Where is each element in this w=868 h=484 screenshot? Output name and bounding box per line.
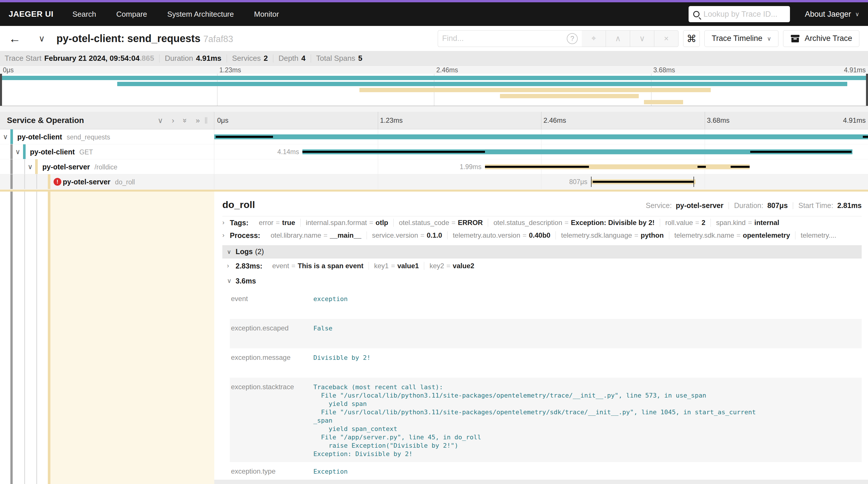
span-name[interactable]: py-otel-clientGET — [30, 148, 93, 156]
chevron-down-icon[interactable]: ∨ — [3, 133, 8, 141]
process-pill[interactable]: telemetry.sdk.language=python — [556, 231, 669, 239]
nav-item-system-architecture[interactable]: System Architecture — [167, 10, 234, 19]
top-navbar: JAEGER UI SearchCompareSystem Architectu… — [0, 2, 868, 26]
log-entry-2[interactable]: ∨ 3.6ms — [222, 273, 862, 289]
minimap-right-handle[interactable] — [866, 74, 868, 106]
span-bar[interactable] — [214, 134, 868, 139]
span-name[interactable]: py-otel-server/rolldice — [42, 162, 118, 171]
chevron-right-icon: › — [222, 219, 230, 226]
nav-item-search[interactable]: Search — [72, 10, 96, 19]
prev-result-button[interactable]: ∧ — [606, 30, 630, 47]
span-bar-cell[interactable]: 1.99ms — [214, 159, 868, 174]
span-tree-cell[interactable]: ∨py-otel-clientsend_requests — [0, 129, 214, 144]
nav-item-monitor[interactable]: Monitor — [254, 10, 279, 19]
nav-item-compare[interactable]: Compare — [116, 10, 147, 19]
span-bar-cell[interactable]: 807μs — [214, 174, 868, 189]
tag-pill[interactable]: roll.value=2 — [660, 219, 711, 227]
tags-row[interactable]: › Tags: error=trueinternal.span.format=o… — [222, 216, 862, 229]
log-field-pill-key: event — [272, 262, 289, 270]
tag-pill-key: internal.span.format — [306, 219, 367, 226]
log-field-pill[interactable]: event=This is a span event — [267, 262, 369, 270]
expand-one-icon[interactable]: › — [172, 116, 174, 125]
process-pill[interactable]: telemetry.... — [796, 231, 841, 239]
span-bar-cell[interactable]: 4.14ms — [214, 144, 868, 159]
trace-view-select[interactable]: Trace Timeline ∨ — [705, 30, 778, 47]
tag-pill-value: internal — [754, 219, 779, 226]
column-resizer-handle[interactable] — [205, 117, 207, 124]
log-event-marker[interactable] — [693, 177, 694, 187]
services-value: 2 — [264, 54, 268, 63]
span-bar-cell[interactable] — [214, 129, 868, 144]
operation-name: do_roll — [115, 178, 135, 185]
tag-pill[interactable]: internal.span.format=otlp — [301, 219, 394, 227]
jaeger-logo[interactable]: JAEGER UI — [9, 9, 53, 19]
process-pill[interactable]: telemetry.sdk.name=opentelemetry — [669, 231, 796, 239]
minimap-span-bar — [644, 100, 683, 104]
process-row[interactable]: › Process: otel.library.name=__main__ser… — [222, 229, 862, 242]
span-tree-cell[interactable]: ∨py-otel-server/rolldice — [0, 159, 214, 174]
span-name[interactable]: py-otel-clientsend_requests — [17, 132, 110, 141]
log-field-value: False — [313, 324, 332, 348]
minimap-left-handle[interactable] — [0, 74, 2, 106]
collapse-header-icon[interactable]: ∨ — [39, 33, 45, 43]
timeline-tick: 1.23ms — [380, 116, 403, 124]
process-pill[interactable]: otel.library.name=__main__ — [266, 231, 367, 239]
span-detail-title: do_roll — [222, 199, 255, 210]
child-time-segment — [731, 165, 750, 168]
span-row-GET[interactable]: ∨py-otel-clientGET4.14ms — [0, 144, 868, 159]
tag-pill[interactable]: otel.status_code=ERROR — [394, 219, 488, 227]
log-field-key: exception.escaped — [231, 324, 313, 348]
archive-trace-button[interactable]: Archive Trace — [783, 30, 859, 47]
tag-pill-value: 2 — [702, 219, 705, 226]
chevron-down-icon[interactable]: ∨ — [28, 163, 33, 171]
find-box[interactable]: ? — [438, 30, 582, 47]
span-row--rolldice[interactable]: ∨py-otel-server/rolldice1.99ms — [0, 159, 868, 174]
log-field-row: exception.messageDivisible by 2! — [230, 348, 862, 378]
detail-service-value: py-otel-server — [676, 201, 723, 210]
logs-section-header[interactable]: ∨ Logs (2) — [222, 245, 862, 259]
span-duration-label: 4.14ms — [277, 148, 299, 156]
keyboard-shortcuts-button[interactable]: ⌘ — [683, 30, 700, 47]
log-field-pill[interactable]: key2=value2 — [424, 262, 479, 270]
minimap-canvas[interactable] — [0, 74, 868, 106]
chevron-down-icon[interactable]: ∨ — [15, 148, 21, 156]
tag-pill[interactable]: error=true — [254, 219, 301, 227]
log-field-value: Traceback (most recent call last): File … — [313, 383, 756, 462]
timeline-tick: 3.68ms — [707, 116, 730, 124]
span-name[interactable]: py-otel-serverdo_roll — [63, 178, 135, 186]
log-field-pill[interactable]: key1=value1 — [369, 262, 424, 270]
search-icon — [693, 11, 700, 17]
collapse-one-icon[interactable]: ∨ — [158, 116, 163, 125]
archive-icon — [790, 34, 800, 43]
expand-all-icon[interactable]: » — [196, 116, 200, 125]
log-entry-1[interactable]: › 2.83ms: event=This is a span eventkey1… — [222, 259, 862, 273]
span-row-do-roll[interactable]: !py-otel-serverdo_roll807μs — [0, 174, 868, 189]
help-icon[interactable]: ? — [567, 33, 578, 44]
about-jaeger-menu[interactable]: About Jaeger ∨ — [805, 10, 859, 19]
locate-span-button[interactable]: ⌖ — [582, 30, 606, 47]
find-input[interactable] — [442, 34, 567, 43]
tag-pill[interactable]: span.kind=internal — [711, 219, 784, 227]
span-tree-cell[interactable]: ∨py-otel-clientGET — [0, 144, 214, 159]
equals-sign: = — [276, 219, 280, 226]
operation-name: send_requests — [67, 133, 110, 141]
clear-search-button[interactable]: × — [654, 30, 679, 47]
trace-lookup-box[interactable] — [689, 6, 790, 22]
process-pill[interactable]: telemetry.auto.version=0.40b0 — [447, 231, 556, 239]
log-event-marker[interactable] — [591, 177, 592, 187]
tree-guide-line — [24, 174, 25, 189]
span-tree-cell[interactable]: !py-otel-serverdo_roll — [0, 174, 214, 189]
span-row-send-requests[interactable]: ∨py-otel-clientsend_requests — [0, 129, 868, 144]
trace-lookup-input[interactable] — [704, 10, 785, 19]
collapse-all-icon[interactable]: » — [181, 118, 189, 122]
next-result-button[interactable]: ∨ — [630, 30, 654, 47]
process-pill[interactable]: service.version=0.1.0 — [367, 231, 447, 239]
log-field-row: exception.stacktraceTraceback (most rece… — [230, 378, 862, 462]
back-button[interactable]: ← — [9, 33, 21, 44]
span-color-accent — [48, 174, 51, 189]
minimap-span-bar — [360, 88, 711, 92]
child-time-segment — [698, 165, 706, 168]
timeline-tick: 2.46ms — [436, 66, 458, 74]
tag-pill[interactable]: otel.status_description=Exception: Divis… — [488, 219, 660, 227]
minimap-span-bar — [0, 76, 868, 80]
